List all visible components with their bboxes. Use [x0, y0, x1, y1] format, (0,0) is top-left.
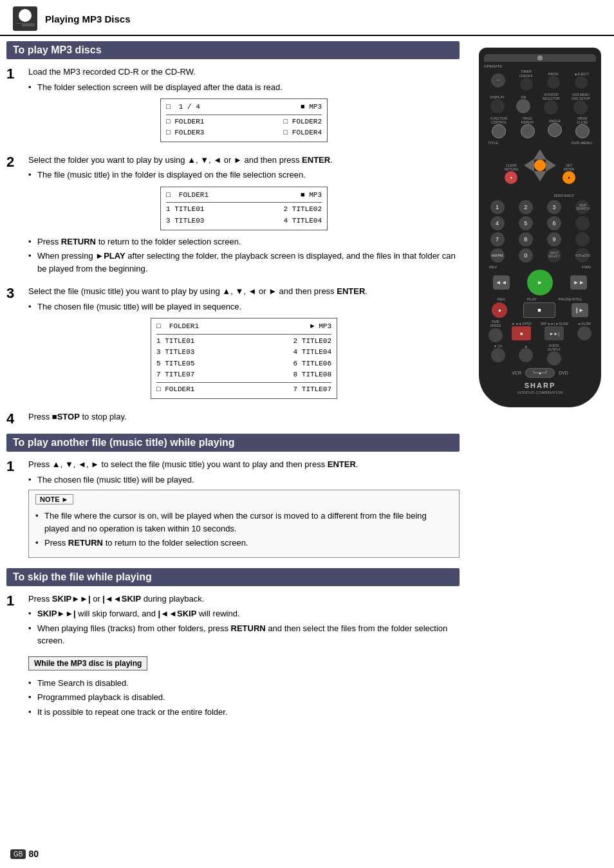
btn-input-select[interactable]: INPUT SELECT — [547, 248, 561, 263]
dpad-right-btn[interactable] — [546, 159, 556, 172]
step-number-1b: 1 — [6, 458, 24, 475]
step-3-bullets: The chosen file (music title) will be pl… — [28, 300, 460, 313]
rec-label: REC — [498, 297, 506, 301]
brand-sub: VCR/DVD COMBINATION — [484, 391, 596, 394]
note-label: NOTE ► — [35, 494, 73, 504]
while-bullet-2: Programmed playback is disabled. — [28, 691, 460, 704]
progrepeat-btn[interactable] — [521, 124, 535, 138]
while-bullet-3: It is possible to repeat one track or th… — [28, 706, 460, 719]
vcr-dvd-switch[interactable]: └─●─┘ — [525, 368, 555, 378]
dvdmenu-label: DVD MENU — [572, 141, 592, 145]
note-box: NOTE ► The file where the cursor is on, … — [28, 490, 460, 558]
clearreturn-btn[interactable]: ● — [505, 171, 517, 184]
screen3-line5-left: 7 TITLE07 — [156, 369, 194, 381]
btn-5[interactable]: 5 — [519, 216, 533, 230]
section-heading-play-mp3: To play MP3 discs — [6, 41, 460, 59]
remote-func-row: FUNCTIONCONTROL PROGREPEAT ANGLE OPEN/CL… — [484, 117, 596, 138]
vcrmenu-btn[interactable] — [573, 100, 588, 115]
btn-chup[interactable] — [519, 348, 533, 362]
step-number-3: 3 — [6, 285, 24, 302]
disc-icon — [13, 6, 37, 31]
step-3-content: Select the file (music title) you want t… — [28, 285, 460, 404]
step-1c-bullet-1: SKIP►►| will skip forward, and |◄◄SKIP w… — [28, 607, 460, 620]
screen-mockup-3: □ FOLDER1 ► MP3 1 TITLE01 2 TITLE02 3 TI… — [151, 318, 337, 399]
pausestill-label: PAUSE/STILL — [559, 297, 583, 301]
screen2-line1-left: □ FOLDER1 — [166, 190, 209, 201]
on-btn[interactable] — [516, 99, 530, 113]
screen-mockup-1: □ 1 / 4 ■ MP3 □ FOLDER1 □ FOLDER2 □ FOLD… — [160, 98, 328, 142]
page-header: Playing MP3 Discs — [0, 0, 614, 36]
while-bullet-1: Time Search is disabled. — [28, 677, 460, 690]
btn-3[interactable]: 3 — [547, 200, 561, 214]
btn-9[interactable]: 9 — [547, 232, 561, 246]
dpad-up-btn[interactable] — [534, 149, 546, 160]
step-1-content: Load the MP3 recorded CD-R or the CD-RW.… — [28, 66, 460, 147]
screen3-line1-left: □ FOLDER1 — [156, 321, 199, 333]
while-playing-box: While the MP3 disc is playing — [28, 656, 147, 670]
prog-btn[interactable] — [547, 76, 560, 89]
btn-gpss[interactable]: ■ — [512, 326, 531, 340]
dvd-bottom-label: DVD — [559, 371, 568, 375]
btn-pausestill[interactable]: ‖► — [572, 303, 588, 317]
remote-control: OPERATE ··· TIMERON/OFF PROG ▲EJECT — [479, 48, 601, 407]
btn-7[interactable]: 7 — [490, 232, 505, 246]
btn-rev[interactable]: ◄◄ — [493, 275, 510, 290]
openclose-btn[interactable] — [575, 124, 590, 138]
function-btn[interactable] — [492, 124, 506, 138]
step-1b-bullets: The chosen file (music title) will be pl… — [28, 474, 460, 486]
btn-0[interactable]: 0 — [519, 248, 533, 263]
while-playing-label: While the MP3 disc is playing — [34, 659, 142, 668]
btn-tapespeed[interactable] — [488, 328, 503, 342]
step-2-text: Select the folder you want to play by us… — [28, 154, 460, 167]
step-number-1: 1 — [6, 66, 24, 82]
operate-label: OPERATE — [484, 64, 596, 68]
btn-audiooutput[interactable] — [547, 351, 561, 365]
btn-stop[interactable]: ■ — [523, 302, 555, 318]
btn-ampm[interactable]: AM/PM — [490, 248, 505, 263]
step-1c-bullets: SKIP►►| will skip forward, and |◄◄SKIP w… — [28, 607, 460, 647]
btn-1[interactable]: 1 — [490, 200, 505, 214]
page-footer: GB 80 — [10, 849, 39, 859]
step-2-bullets: The file (music title) in the folder is … — [28, 169, 460, 181]
btn-4[interactable]: 4 — [490, 216, 505, 230]
btn-slow[interactable] — [577, 326, 591, 340]
btn-rec[interactable]: ● — [492, 302, 507, 318]
setenter-btn[interactable]: ● — [563, 171, 575, 184]
step-2-extra-bullet-2: When pressing ►PLAY after selecting the … — [28, 250, 460, 275]
btn-fwd[interactable]: ►► — [570, 275, 587, 290]
page-number: 80 — [28, 849, 39, 859]
btn-6[interactable]: 6 — [547, 216, 561, 230]
vcr-bottom-label: VCR — [512, 371, 521, 375]
eject-btn[interactable] — [575, 76, 588, 89]
while-playing-bullets: Time Search is disabled. Programmed play… — [28, 677, 460, 719]
step-1-play: 1 Load the MP3 recorded CD-R or the CD-R… — [6, 66, 460, 147]
dpad-left-btn[interactable] — [524, 159, 534, 172]
angle-btn[interactable] — [548, 123, 562, 137]
btn-chdown[interactable] — [491, 348, 505, 362]
note-bullet-1: The file where the cursor is on, will be… — [35, 510, 452, 535]
fwd-label: FWD — [582, 265, 591, 269]
screen2-line3-right: 4 TITLE04 — [284, 216, 322, 227]
dpad-down-btn[interactable] — [534, 171, 546, 181]
zeroback-label: ZERO BACK — [554, 194, 574, 198]
step-4-play: 4 Press ■STOP to stop play. — [6, 411, 460, 427]
btn-blank-1 — [575, 216, 590, 230]
btn-vcr-dvd[interactable]: VCR◄DVD — [575, 248, 590, 263]
svg-rect-3 — [15, 23, 35, 26]
btn-skipfwd[interactable]: ►►| — [544, 326, 564, 340]
btn-play[interactable]: ► — [527, 270, 553, 295]
screen3-line6-left: □ FOLDER1 — [156, 384, 194, 396]
operate-btn[interactable]: ··· — [491, 73, 505, 88]
screen3-line4-left: 5 TITLE05 — [156, 358, 194, 370]
btn-8[interactable]: 8 — [519, 232, 533, 246]
timer-btn[interactable] — [520, 78, 533, 91]
step-2-extra-bullet-1: Press RETURN to return to the folder sel… — [28, 235, 460, 248]
step-1b-bullet-1: The chosen file (music title) will be pl… — [28, 474, 460, 486]
btn-blank-2 — [575, 232, 590, 246]
vcrdvd-btn[interactable] — [544, 100, 558, 115]
display-btn[interactable] — [490, 99, 505, 113]
btn-2[interactable]: 2 — [519, 200, 533, 214]
btn-skip-search[interactable]: SKIP SEARCH — [575, 200, 590, 214]
dpad-center-btn[interactable] — [534, 160, 546, 171]
title-label: TITLE — [488, 141, 498, 145]
